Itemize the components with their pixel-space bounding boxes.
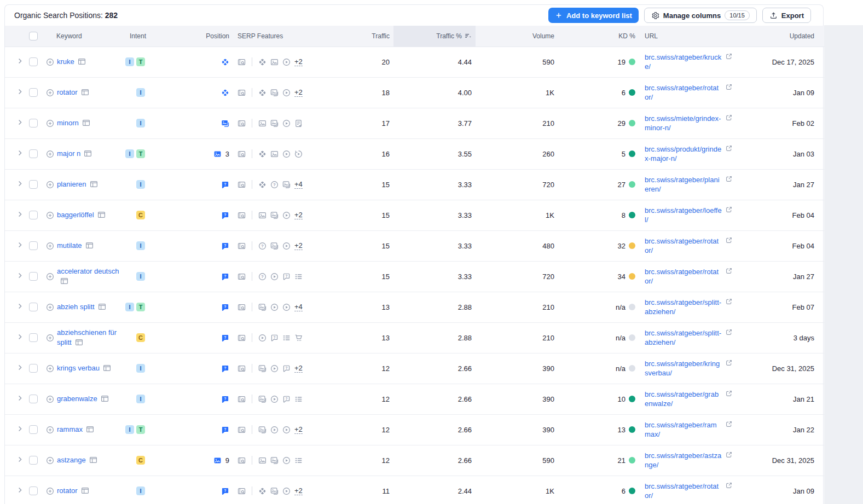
keyword-link[interactable]: kruke [57, 57, 86, 67]
row-checkbox[interactable] [29, 364, 38, 373]
expand-row-button[interactable] [16, 118, 24, 126]
external-link-icon[interactable] [725, 53, 733, 60]
expand-row-button[interactable] [16, 241, 24, 249]
add-keyword-to-list-icon[interactable] [46, 89, 54, 97]
serp-snapshot-icon[interactable] [238, 426, 246, 434]
external-link-icon[interactable] [725, 420, 733, 428]
row-checkbox[interactable] [29, 303, 38, 311]
col-header-intent[interactable]: Intent [123, 26, 153, 47]
external-link-icon[interactable] [725, 206, 733, 213]
row-checkbox[interactable] [29, 119, 38, 128]
url-link[interactable]: brc.swiss/ratgeber/rammax/ [645, 420, 722, 439]
serp-preview-icon[interactable] [90, 180, 98, 188]
serp-preview-icon[interactable] [84, 149, 92, 158]
col-header-updated[interactable]: Updated [733, 26, 824, 47]
serp-preview-icon[interactable] [81, 486, 89, 495]
row-checkbox[interactable] [29, 57, 38, 66]
row-checkbox[interactable] [29, 149, 38, 158]
col-header-serp-features[interactable]: SERP Features [235, 26, 314, 47]
serp-features-more-link[interactable]: +2 [294, 364, 303, 373]
add-keyword-to-list-icon[interactable] [46, 211, 54, 219]
export-button[interactable]: Export [762, 8, 811, 23]
url-link[interactable]: brc.swiss/ratgeber/krucke/ [645, 53, 722, 71]
external-link-icon[interactable] [725, 144, 733, 152]
keyword-link[interactable]: rotator [57, 88, 89, 97]
keyword-link[interactable]: grabenwalze [57, 394, 109, 404]
serp-preview-icon[interactable] [82, 119, 90, 127]
serp-preview-icon[interactable] [75, 338, 83, 346]
serp-snapshot-icon[interactable] [238, 456, 246, 465]
expand-row-button[interactable] [16, 179, 24, 188]
add-keyword-to-list-icon[interactable] [46, 242, 54, 250]
add-keyword-to-list-icon[interactable] [46, 273, 54, 281]
keyword-link[interactable]: abzieh splitt [57, 302, 106, 312]
url-link[interactable]: brc.swiss/produkt/grindex-major-n/ [645, 144, 722, 163]
col-header-volume[interactable]: Volume [476, 26, 558, 47]
row-checkbox[interactable] [29, 333, 38, 342]
serp-preview-icon[interactable] [60, 277, 68, 285]
serp-snapshot-icon[interactable] [238, 487, 246, 495]
add-keyword-to-list-icon[interactable] [46, 395, 54, 403]
external-link-icon[interactable] [725, 298, 733, 305]
keyword-link[interactable]: accelerator deutsch [57, 267, 120, 286]
url-link[interactable]: brc.swiss/ratgeber/splitt-abziehen/ [645, 298, 722, 316]
keyword-link[interactable]: krings verbau [57, 363, 111, 373]
url-link[interactable]: brc.swiss/ratgeber/rotator/ [645, 267, 722, 286]
external-link-icon[interactable] [725, 114, 733, 121]
external-link-icon[interactable] [725, 328, 733, 336]
external-link-icon[interactable] [725, 451, 733, 459]
expand-row-button[interactable] [16, 302, 24, 310]
expand-row-button[interactable] [16, 333, 24, 341]
serp-snapshot-icon[interactable] [238, 334, 246, 342]
expand-row-button[interactable] [16, 57, 24, 65]
serp-preview-icon[interactable] [98, 303, 106, 311]
col-header-kd[interactable]: KD % [558, 26, 635, 47]
serp-features-more-link[interactable]: +2 [294, 89, 303, 97]
add-keyword-to-list-icon[interactable] [46, 426, 54, 434]
row-checkbox[interactable] [29, 272, 38, 281]
add-to-keyword-list-button[interactable]: Add to keyword list [548, 8, 639, 23]
row-checkbox[interactable] [29, 486, 38, 495]
expand-row-button[interactable] [16, 271, 24, 280]
keyword-link[interactable]: abziehschienen für splitt [57, 328, 120, 347]
serp-snapshot-icon[interactable] [238, 58, 246, 66]
serp-features-more-link[interactable]: +4 [294, 303, 303, 311]
url-link[interactable]: brc.swiss/ratgeber/splitt-abziehen/ [645, 328, 722, 347]
url-link[interactable]: brc.swiss/ratgeber/rotator/ [645, 83, 722, 102]
url-link[interactable]: brc.swiss/ratgeber/rotator/ [645, 236, 722, 255]
serp-snapshot-icon[interactable] [238, 395, 246, 403]
row-checkbox[interactable] [29, 456, 38, 465]
url-link[interactable]: brc.swiss/ratgeber/rotator/ [645, 482, 722, 500]
add-keyword-to-list-icon[interactable] [46, 364, 54, 373]
url-link[interactable]: brc.swiss/ratgeber/kringsverbau/ [645, 359, 722, 378]
serp-preview-icon[interactable] [89, 456, 97, 464]
serp-snapshot-icon[interactable] [238, 119, 246, 128]
keyword-link[interactable]: mutilate [57, 241, 94, 251]
add-keyword-to-list-icon[interactable] [46, 487, 54, 495]
keyword-link[interactable]: major n [57, 149, 92, 159]
row-checkbox[interactable] [29, 211, 38, 219]
serp-preview-icon[interactable] [85, 241, 94, 250]
expand-row-button[interactable] [16, 455, 24, 464]
expand-row-button[interactable] [16, 394, 24, 402]
serp-snapshot-icon[interactable] [238, 303, 246, 311]
add-keyword-to-list-icon[interactable] [46, 303, 54, 311]
external-link-icon[interactable] [725, 482, 733, 489]
url-link[interactable]: brc.swiss/ratgeber/grabenwalze/ [645, 390, 722, 408]
col-header-traffic[interactable]: Traffic [314, 26, 393, 47]
serp-snapshot-icon[interactable] [238, 211, 246, 219]
serp-snapshot-icon[interactable] [238, 242, 246, 250]
url-link[interactable]: brc.swiss/ratgeber/planieren/ [645, 175, 722, 194]
keyword-link[interactable]: rammax [57, 425, 94, 435]
serp-preview-icon[interactable] [78, 57, 86, 66]
serp-snapshot-icon[interactable] [238, 273, 246, 281]
serp-preview-icon[interactable] [103, 364, 111, 372]
add-keyword-to-list-icon[interactable] [46, 119, 54, 128]
serp-features-more-link[interactable]: +2 [294, 58, 303, 66]
keyword-link[interactable]: minorn [57, 118, 90, 128]
url-link[interactable]: brc.swiss/miete/grindex-minor-n/ [645, 114, 722, 132]
external-link-icon[interactable] [725, 236, 733, 244]
serp-snapshot-icon[interactable] [238, 181, 246, 189]
serp-preview-icon[interactable] [101, 395, 109, 403]
add-keyword-to-list-icon[interactable] [46, 334, 54, 342]
